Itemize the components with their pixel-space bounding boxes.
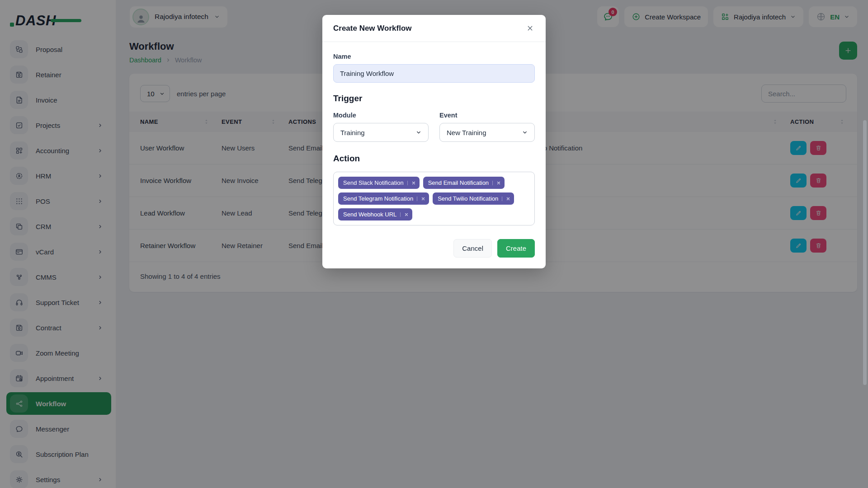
create-workflow-modal: Create New Workflow Name Trigger Module … — [322, 15, 546, 268]
trigger-heading: Trigger — [333, 94, 535, 103]
action-tag: Send Slack Notification — [338, 177, 420, 189]
action-tag: Send Telegram Notification — [338, 192, 429, 205]
remove-tag-icon[interactable] — [407, 181, 416, 185]
scrollbar-thumb[interactable] — [863, 120, 867, 385]
remove-tag-icon[interactable] — [502, 197, 510, 201]
close-icon[interactable] — [525, 23, 535, 33]
remove-tag-icon[interactable] — [492, 181, 501, 185]
action-heading: Action — [333, 154, 535, 164]
module-select[interactable]: Training — [333, 123, 429, 142]
modal-footer: Cancel Create — [333, 239, 535, 258]
event-select-value: New Training — [447, 129, 486, 136]
remove-tag-icon[interactable] — [400, 212, 409, 217]
action-tag-label: Send Email Notification — [428, 179, 489, 186]
module-select-value: Training — [340, 129, 365, 136]
action-tag: Send Email Notification — [423, 177, 505, 189]
cancel-button[interactable]: Cancel — [453, 239, 492, 258]
modal-body: Name Trigger Module Training Event New T… — [322, 42, 546, 268]
event-label: Event — [439, 112, 535, 119]
modal-title: Create New Workflow — [333, 24, 412, 33]
action-tag: Send Webhook URL — [338, 208, 412, 221]
create-button[interactable]: Create — [497, 239, 535, 258]
action-tag-label: Send Telegram Notification — [343, 195, 413, 202]
action-multiselect[interactable]: Send Slack NotificationSend Email Notifi… — [333, 172, 535, 225]
modal-header: Create New Workflow — [322, 15, 546, 42]
name-label: Name — [333, 53, 535, 60]
module-label: Module — [333, 112, 429, 119]
action-tag-label: Send Twilio Notification — [438, 195, 498, 202]
remove-tag-icon[interactable] — [417, 197, 425, 201]
trigger-fields: Module Training Event New Training — [333, 112, 535, 142]
action-tag: Send Twilio Notification — [433, 192, 514, 205]
event-select[interactable]: New Training — [439, 123, 535, 142]
action-tag-label: Send Webhook URL — [343, 211, 396, 218]
workflow-name-input[interactable] — [333, 64, 535, 83]
chevron-down-icon — [522, 129, 528, 136]
action-tag-label: Send Slack Notification — [343, 179, 404, 186]
chevron-down-icon — [415, 129, 422, 136]
